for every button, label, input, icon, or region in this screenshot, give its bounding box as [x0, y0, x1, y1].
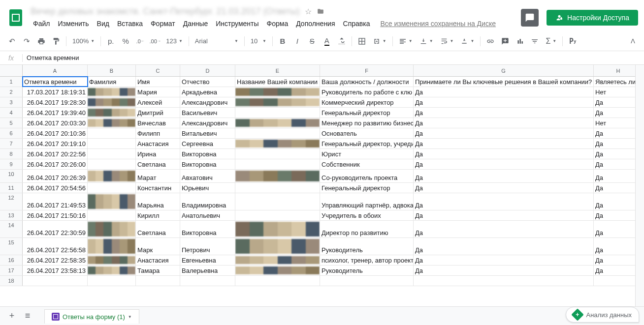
cell-E4[interactable]	[235, 108, 320, 118]
horizontal-align-button[interactable]: ▼	[396, 37, 416, 45]
cell-D10[interactable]: Авхатович	[180, 170, 235, 182]
undo-button[interactable]: ↶	[5, 34, 19, 48]
cell-C4[interactable]: Дмитрий	[136, 108, 180, 118]
cell-B18[interactable]	[88, 276, 136, 286]
cell-E10[interactable]	[235, 170, 320, 182]
cell-G17[interactable]: Да	[414, 266, 594, 275]
cell-B13[interactable]	[88, 210, 136, 220]
bold-button[interactable]: B	[276, 34, 290, 48]
font-size-dropdown[interactable]: 10▼	[248, 37, 269, 45]
cell-E3[interactable]	[235, 97, 320, 107]
cell-F1[interactable]: Ваша должность / должности	[320, 77, 414, 87]
cell-G14[interactable]: Да	[414, 221, 594, 237]
redo-button[interactable]: ↷	[20, 34, 33, 48]
cell-B12[interactable]	[88, 193, 136, 210]
cell-F11[interactable]: Генеральный директор	[320, 183, 414, 193]
cell-E12[interactable]	[235, 193, 320, 210]
grid[interactable]: ABCDEFGH1Отметка времениФамилияИмяОтчест…	[0, 65, 644, 310]
italic-button[interactable]: I	[290, 34, 304, 48]
cell-E8[interactable]	[235, 149, 320, 159]
cell-D4[interactable]: Васильевич	[180, 108, 235, 118]
cell-C9[interactable]: Светлана	[136, 159, 180, 169]
cell-B9[interactable]	[88, 159, 136, 169]
col-header-D[interactable]: D	[180, 65, 235, 76]
filter-button[interactable]	[528, 34, 542, 48]
text-rotation-button[interactable]: ▼	[457, 37, 477, 45]
cell-G9[interactable]: Да	[414, 159, 594, 169]
cell-A7[interactable]: 26.04.2017 20:19:10	[23, 139, 88, 148]
cell-G10[interactable]: Да	[414, 170, 594, 182]
cell-G13[interactable]: Да	[414, 210, 594, 220]
cell-F10[interactable]: Со-руководитель проекта	[320, 170, 414, 182]
sheet-tab[interactable]: Ответы на форму (1) ▼	[44, 309, 139, 324]
cell-A3[interactable]: 26.04.2017 19:28:30	[23, 97, 88, 107]
row-header-2[interactable]: 2	[0, 87, 23, 97]
cell-D6[interactable]: Витальевич	[180, 128, 235, 138]
cell-C18[interactable]	[136, 276, 180, 286]
cell-C6[interactable]: Филипп	[136, 128, 180, 138]
cell-G18[interactable]	[414, 276, 594, 286]
saved-status[interactable]: Все изменения сохранены на Диске	[380, 20, 496, 28]
col-header-A[interactable]: A	[23, 65, 88, 76]
cell-G16[interactable]: Да	[414, 255, 594, 265]
cell-F15[interactable]: Руководитель	[320, 238, 414, 255]
menu-format[interactable]: Формат	[147, 18, 179, 30]
cell-F12[interactable]: Управляющий партнёр, адвока	[320, 193, 414, 210]
print-button[interactable]	[34, 34, 48, 48]
cell-B3[interactable]	[88, 97, 136, 107]
cell-A18[interactable]	[23, 276, 88, 286]
row-header-9[interactable]: 9	[0, 159, 23, 169]
cell-D9[interactable]: Викторовна	[180, 159, 235, 169]
cell-C13[interactable]: Кирилл	[136, 210, 180, 220]
menu-file[interactable]: Файл	[30, 18, 53, 30]
cell-G8[interactable]: Да	[414, 149, 594, 159]
cell-A2[interactable]: 17.03.2017 18:19:31	[23, 87, 88, 97]
row-header-4[interactable]: 4	[0, 108, 23, 118]
cell-D7[interactable]: Сергеевна	[180, 139, 235, 148]
cell-A8[interactable]: 26.04.2017 20:22:56	[23, 149, 88, 159]
cell-A14[interactable]: 26.04.2017 22:30:59	[23, 221, 88, 237]
row-header-12[interactable]: 12	[0, 193, 23, 210]
cell-F3[interactable]: Коммерческий директор	[320, 97, 414, 107]
cell-G3[interactable]: Да	[414, 97, 594, 107]
row-header-15[interactable]: 15	[0, 238, 23, 255]
cell-F9[interactable]: Собственник	[320, 159, 414, 169]
cell-C17[interactable]: Тамара	[136, 266, 180, 275]
cell-C16[interactable]: Анастасия	[136, 255, 180, 265]
row-header-3[interactable]: 3	[0, 97, 23, 107]
menu-addons[interactable]: Дополнения	[292, 18, 338, 30]
cell-A10[interactable]: 26.04.2017 20:26:39	[23, 170, 88, 182]
cell-G4[interactable]: Да	[414, 108, 594, 118]
cell-D16[interactable]: Евгеньевна	[180, 255, 235, 265]
cell-F14[interactable]: Директор по развитию	[320, 221, 414, 237]
functions-button[interactable]: Σ▼	[543, 37, 559, 46]
col-header-F[interactable]: F	[320, 65, 414, 76]
cell-C11[interactable]: Константин	[136, 183, 180, 193]
col-header-B[interactable]: B	[88, 65, 136, 76]
row-header-14[interactable]: 14	[0, 221, 23, 237]
cell-F13[interactable]: Учредитель в обоих	[320, 210, 414, 220]
cell-B2[interactable]	[88, 87, 136, 97]
cell-B16[interactable]	[88, 255, 136, 265]
cell-D12[interactable]: Владимировна	[180, 193, 235, 210]
menu-help[interactable]: Справка	[340, 18, 374, 30]
row-header-18[interactable]: 18	[0, 276, 23, 286]
formula-bar-content[interactable]: Отметка времени	[23, 54, 79, 61]
share-button[interactable]: Настройки Доступа	[547, 10, 638, 26]
cell-C5[interactable]: Вячеслав	[136, 118, 180, 128]
cell-F18[interactable]	[320, 276, 414, 286]
cell-F6[interactable]: Основатель	[320, 128, 414, 138]
cell-C7[interactable]: Анастасия	[136, 139, 180, 148]
currency-button[interactable]: р.	[104, 34, 118, 48]
cell-E14[interactable]	[235, 221, 320, 237]
comments-button[interactable]	[521, 9, 539, 27]
insert-link-button[interactable]	[483, 34, 497, 48]
cell-D8[interactable]: Викторовна	[180, 149, 235, 159]
cell-E16[interactable]	[235, 255, 320, 265]
percent-button[interactable]: %	[119, 34, 132, 48]
cell-A5[interactable]: 26.04.2017 20:03:30	[23, 118, 88, 128]
cell-A9[interactable]: 26.04.2017 20:26:00	[23, 159, 88, 169]
borders-button[interactable]	[355, 34, 369, 48]
menu-tools[interactable]: Инструменты	[212, 18, 262, 30]
cell-B4[interactable]	[88, 108, 136, 118]
